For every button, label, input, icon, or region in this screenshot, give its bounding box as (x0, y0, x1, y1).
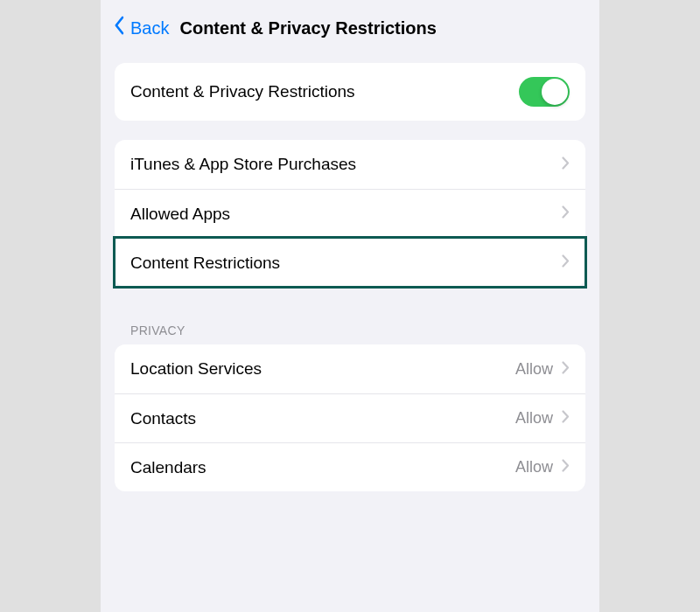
settings-screen: Back Content & Privacy Restrictions Cont… (101, 0, 599, 612)
toggle-section: Content & Privacy Restrictions (115, 63, 585, 121)
content-restrictions-row[interactable]: Content Restrictions (115, 238, 585, 287)
row-label: Allowed Apps (130, 205, 562, 224)
chevron-left-icon[interactable] (114, 16, 123, 40)
location-services-row[interactable]: Location Services Allow (115, 344, 585, 393)
chevron-right-icon (562, 205, 570, 222)
row-label: Calendars (130, 458, 515, 477)
privacy-section: Location Services Allow Contacts Allow C… (115, 344, 585, 491)
row-value: Allow (515, 458, 553, 476)
privacy-section-header: Privacy (101, 315, 599, 344)
toggle-switch[interactable] (519, 77, 570, 107)
calendars-row[interactable]: Calendars Allow (115, 442, 585, 491)
back-button[interactable]: Back (130, 18, 169, 38)
chevron-right-icon (562, 156, 570, 173)
row-value: Allow (515, 409, 553, 428)
content-privacy-toggle-row[interactable]: Content & Privacy Restrictions (115, 63, 585, 121)
contacts-row[interactable]: Contacts Allow (115, 393, 585, 442)
toggle-label: Content & Privacy Restrictions (130, 82, 519, 101)
row-label: Content Restrictions (130, 254, 562, 273)
row-label: iTunes & App Store Purchases (130, 155, 562, 174)
chevron-right-icon (562, 361, 570, 378)
row-value: Allow (515, 360, 553, 379)
chevron-right-icon (562, 254, 570, 271)
chevron-right-icon (562, 410, 570, 427)
navigation-bar: Back Content & Privacy Restrictions (101, 0, 599, 54)
row-label: Contacts (130, 409, 515, 428)
allowed-apps-row[interactable]: Allowed Apps (115, 189, 585, 238)
toggle-knob (542, 79, 568, 105)
page-title: Content & Privacy Restrictions (179, 18, 436, 38)
main-options-section: iTunes & App Store Purchases Allowed App… (115, 140, 585, 287)
row-label: Location Services (130, 359, 515, 379)
chevron-right-icon (562, 459, 570, 476)
itunes-app-store-row[interactable]: iTunes & App Store Purchases (115, 140, 585, 189)
